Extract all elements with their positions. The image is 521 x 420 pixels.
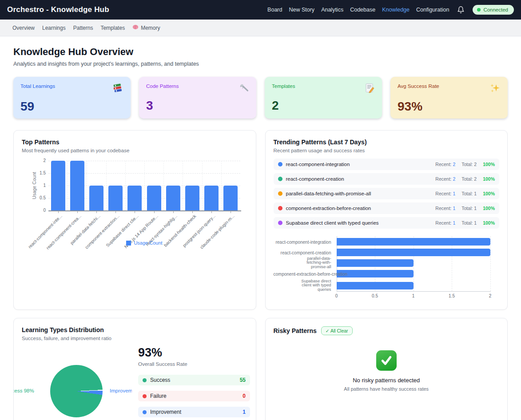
bar (185, 186, 199, 210)
pattern-name: Supabase direct client with typed querie… (286, 220, 379, 226)
trending-pattern-row[interactable]: parallel-data-fetching-with-promise-allR… (274, 188, 500, 199)
axis-tick (192, 211, 193, 213)
x-axis-tick: 1 (405, 293, 422, 298)
category-label: react-component-creation (274, 250, 334, 255)
type-dot-icon (143, 378, 147, 382)
subnav-item-memory[interactable]: Memory (132, 24, 160, 31)
type-label: Success (150, 377, 170, 383)
bar (70, 161, 84, 210)
pattern-dot-icon (278, 221, 282, 225)
learning-type-row-success: Success55 (138, 375, 250, 385)
stat-card-label: Code Patterns (146, 83, 179, 89)
bar (337, 238, 490, 246)
total-stat: Total: 1 (461, 220, 477, 226)
x-axis-tick: 2 (481, 293, 499, 298)
subnav-item-templates[interactable]: Templates (100, 25, 125, 31)
type-value: 0 (243, 393, 246, 399)
stat-card-top: Code Patterns (146, 83, 249, 95)
axis-tick (231, 211, 231, 213)
y-axis-tick: 2 (27, 158, 46, 163)
learning-types-title: Learning Types Distribution (22, 326, 248, 333)
total-stat: Total: 1 (461, 191, 477, 196)
bar (337, 270, 414, 277)
recent-value: 1 (453, 206, 455, 211)
topnav-link-knowledge[interactable]: Knowledge (382, 7, 410, 13)
recent-label: Recent: (435, 162, 453, 167)
category-label: parallel-data-fetching-with-promise-all (274, 257, 334, 269)
bar (108, 186, 123, 210)
trending-pattern-row[interactable]: react-component-integrationRecent: 2Tota… (274, 158, 500, 170)
y-axis-title: Usage Count (32, 172, 37, 199)
stat-card-templates: Templates2 (265, 77, 382, 119)
sub-navbar: OverviewLearningsPatternsTemplatesMemory (0, 20, 521, 36)
stat-card-avg-success-rate: Avg Success Rate93% (390, 77, 508, 119)
total-label: Total: (461, 162, 474, 167)
trending-patterns-title: Trending Patterns (Last 7 Days) (274, 139, 500, 146)
learning-type-left: Improvement (143, 409, 181, 415)
topnav-links: BoardNew StoryAnalyticsCodebaseKnowledge… (267, 7, 449, 13)
trending-pattern-row[interactable]: react-component-creationRecent: 2Total: … (274, 173, 500, 185)
trending-patterns-subtitle: Recent pattern usage and success rates (274, 148, 500, 153)
type-label: Failure (150, 393, 167, 399)
axis-tick (96, 211, 97, 213)
pattern-dot-icon (278, 177, 282, 181)
recent-value: 1 (453, 191, 455, 196)
topnav-right: BoardNew StoryAnalyticsCodebaseKnowledge… (267, 5, 514, 15)
risky-patterns-header: Risky Patterns ✓ All Clear (274, 326, 500, 335)
type-dot-icon (143, 410, 147, 414)
pattern-row-left: Supabase direct client with typed querie… (278, 220, 379, 226)
bell-icon[interactable] (456, 5, 465, 15)
recent-label: Recent: (435, 220, 453, 226)
type-dot-icon (143, 394, 147, 398)
success-rate: 100% (483, 191, 495, 196)
recent-value: 2 (453, 162, 455, 167)
axis-tick (173, 211, 174, 213)
subnav-item-label: Learnings (42, 25, 66, 31)
books-icon (112, 83, 123, 96)
gridline (490, 236, 491, 291)
page-title: Knowledge Hub Overview (13, 46, 508, 58)
bar (337, 282, 414, 289)
axis-tick (211, 211, 212, 213)
gridline (68, 161, 68, 210)
gridline (87, 161, 87, 210)
memo-icon (364, 83, 375, 95)
wrench-icon (239, 83, 249, 95)
subnav-item-patterns[interactable]: Patterns (73, 25, 93, 31)
stat-card-value: 3 (146, 99, 249, 112)
total-value: 1 (474, 220, 477, 226)
topnav-link-configuration[interactable]: Configuration (416, 7, 449, 13)
recent-stat: Recent: 2 (435, 176, 455, 182)
risky-patterns-card: Risky Patterns ✓ All Clear No risky patt… (265, 318, 508, 420)
total-stat: Total: 1 (461, 206, 477, 211)
total-label: Total: (461, 191, 474, 196)
recent-stat: Recent: 1 (435, 206, 455, 211)
subnav-item-learnings[interactable]: Learnings (42, 25, 66, 31)
topnav-link-analytics[interactable]: Analytics (321, 7, 343, 13)
subnav-item-overview[interactable]: Overview (12, 25, 35, 31)
usage-count-bar-chart: 00.511.52react-component-inte...react-co… (14, 131, 256, 309)
total-value: 2 (474, 176, 477, 182)
bar (223, 186, 238, 210)
gridline (125, 161, 126, 210)
topnav-link-new-story[interactable]: New Story (289, 7, 314, 13)
subnav-item-label: Overview (12, 25, 35, 31)
topnav-link-codebase[interactable]: Codebase (350, 7, 375, 13)
learning-type-row-improvement: Improvement1 (138, 407, 250, 417)
trending-pattern-row[interactable]: component-extraction-before-creationRece… (274, 202, 500, 214)
pattern-row-left: react-component-integration (278, 162, 350, 167)
x-axis-tick: 0 (328, 293, 346, 298)
topnav-link-board[interactable]: Board (267, 7, 282, 13)
y-axis-tick: 0 (27, 208, 46, 213)
pattern-row-left: component-extraction-before-creation (278, 206, 371, 211)
stat-card-code-patterns: Code Patterns3 (139, 77, 256, 119)
x-axis-line (337, 291, 491, 292)
recent-stat: Recent: 2 (435, 162, 455, 167)
recent-label: Recent: (435, 176, 453, 182)
success-rate: 100% (483, 206, 495, 211)
trending-pattern-row[interactable]: Supabase direct client with typed querie… (274, 217, 500, 229)
category-label: Supabase direct client with typed querie… (274, 279, 334, 292)
gridline (221, 161, 222, 210)
bar (166, 186, 180, 210)
risky-message: No risky patterns detected (266, 377, 508, 384)
